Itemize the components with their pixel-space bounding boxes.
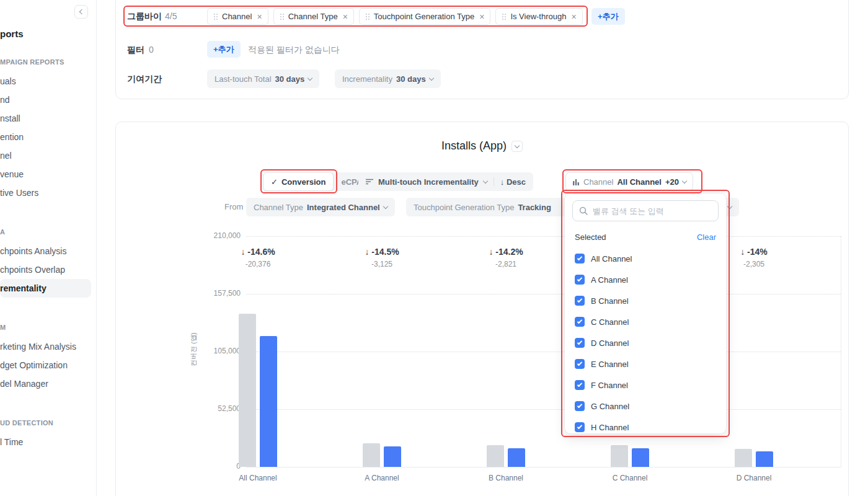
sidebar-item[interactable]: venue (0, 165, 91, 184)
bar-last-touch (239, 314, 256, 467)
groupby-add-button[interactable]: +추가 (591, 8, 625, 25)
drag-handle-icon[interactable] (213, 13, 218, 20)
bar-last-touch (487, 445, 504, 467)
remove-chip-icon[interactable]: × (257, 12, 262, 22)
sidebar-item[interactable]: dget Optimization (0, 356, 91, 374)
channel-option[interactable]: All Channel (572, 248, 719, 269)
value-search-box[interactable] (572, 200, 719, 221)
annotation-percent: ↓ -14.2% (456, 247, 556, 257)
tab-conversion-label: Conversion (281, 177, 326, 187)
sidebar-item[interactable]: rketing Mix Analysis (0, 337, 91, 356)
dropdown-name: Touchpoint Generation Type (414, 203, 514, 212)
clear-button[interactable]: Clear (697, 232, 716, 242)
channel-selector[interactable]: Channel All Channel +20 (565, 172, 693, 191)
sort-by-dropdown[interactable]: Multi-touch Incrementality (378, 177, 479, 187)
groupby-chip[interactable]: Touchpoint Generation Type× (359, 8, 491, 25)
filter-add-button[interactable]: +추가 (207, 41, 241, 58)
groupby-chip-label: Channel (222, 12, 252, 21)
checkbox-checked[interactable] (575, 401, 585, 411)
groupby-chip[interactable]: Channel× (207, 8, 268, 25)
bar-chart-icon (572, 178, 580, 185)
channel-option-label: A Channel (591, 275, 628, 285)
channel-option[interactable]: C Channel (572, 311, 719, 332)
chevron-down-icon (483, 179, 488, 184)
bar-incrementality (508, 448, 525, 467)
channel-option[interactable]: G Channel (572, 396, 719, 417)
gridline (246, 294, 841, 294)
sidebar-item[interactable]: chpoints Overlap (0, 260, 91, 279)
sidebar-item[interactable]: nstall (0, 109, 91, 128)
selector-badge: +20 (665, 177, 679, 187)
change-annotation: ↓ -14.5%-3,125 (332, 247, 432, 268)
channel-option[interactable]: A Channel (572, 269, 719, 290)
lasttouch-window-dropdown[interactable]: Last-touch Total 30 days (207, 69, 319, 88)
remove-chip-icon[interactable]: × (343, 12, 348, 22)
annotation-value: -2,821 (456, 260, 556, 268)
incrementality-window-dropdown[interactable]: Incrementality 30 days (335, 69, 441, 88)
sidebar-item[interactable]: tive Users (0, 184, 91, 202)
channel-option[interactable]: H Channel (572, 417, 719, 434)
chevron-down-icon (428, 76, 433, 81)
channel-option[interactable]: F Channel (572, 374, 719, 396)
annotation-value: -20,376 (208, 260, 308, 268)
channel-option[interactable]: D Channel (572, 332, 719, 353)
channel-option-label: D Channel (591, 339, 629, 348)
checkbox-checked[interactable] (575, 317, 585, 327)
tab-conversion[interactable]: ✓ Conversion (263, 172, 334, 191)
x-axis-category-label: All Channel (208, 474, 308, 482)
y-axis-tick-label: 105,000 (186, 347, 241, 355)
value-search-input[interactable] (593, 206, 712, 216)
channel-option-label: B Channel (591, 296, 629, 306)
annotation-percent: ↓ -14.6% (208, 247, 308, 257)
dropdown-value: Integrated Channel (307, 203, 380, 212)
channel-option[interactable]: E Channel (572, 353, 719, 374)
drag-handle-icon[interactable] (280, 13, 285, 20)
sidebar-nav: MPAIGN REPORTSualsndnstallentionnelvenue… (0, 57, 96, 476)
groupby-chip-label: Touchpoint Generation Type (374, 12, 474, 21)
remove-chip-icon[interactable]: × (571, 12, 576, 22)
channel-type-dropdown[interactable]: Channel Type Integrated Channel (246, 198, 395, 216)
sidebar-item[interactable]: rementality (0, 279, 91, 298)
sort-direction-button[interactable]: ↓ Desc (500, 177, 526, 187)
annotation-value: -3,125 (332, 260, 432, 268)
sidebar-item[interactable]: del Manager (0, 374, 91, 393)
y-axis-tick-label: 52,500 (186, 404, 241, 413)
y-axis-tick-label: 210,000 (186, 231, 241, 240)
checkbox-checked[interactable] (575, 296, 585, 306)
chart-title-dropdown-button[interactable] (512, 141, 523, 152)
checkbox-checked[interactable] (575, 338, 585, 348)
chevron-down-icon (308, 76, 312, 81)
sidebar-section: UD DETECTIONl Time (0, 418, 96, 451)
dropdown-value: 30 days (275, 74, 305, 84)
checkmark-icon (577, 255, 582, 260)
bar-last-touch (363, 443, 380, 467)
sidebar-collapse-button[interactable] (74, 5, 88, 19)
drag-handle-icon[interactable] (502, 13, 507, 20)
x-axis-category-label: C Channel (580, 474, 680, 482)
sidebar-section-header: UD DETECTION (0, 418, 96, 428)
channel-option[interactable]: B Channel (572, 290, 719, 311)
bar-incrementality (384, 446, 401, 467)
drag-handle-icon[interactable] (365, 13, 370, 20)
sidebar-item[interactable]: l Time (0, 433, 91, 451)
sidebar-item[interactable]: nd (0, 91, 91, 109)
checkbox-checked[interactable] (575, 275, 585, 285)
checkbox-checked[interactable] (575, 380, 585, 390)
sidebar-item[interactable]: chpoints Analysis (0, 242, 91, 260)
checkbox-checked[interactable] (575, 254, 585, 264)
filter-count: 0 (149, 45, 154, 55)
checkbox-checked[interactable] (575, 359, 585, 369)
sidebar-item[interactable]: ention (0, 128, 91, 146)
groupby-label: 그룹바이 (127, 11, 162, 22)
sidebar-item[interactable]: nel (0, 146, 91, 165)
channel-dropdown-panel: Selected Clear All ChannelA ChannelB Cha… (564, 193, 727, 434)
groupby-count: 4/5 (165, 11, 177, 21)
change-annotation: ↓ -14.2%-2,821 (456, 247, 556, 268)
sidebar-item[interactable]: uals (0, 72, 91, 91)
groupby-chip[interactable]: Channel Type× (273, 8, 354, 25)
channel-option-label: E Channel (591, 360, 629, 369)
channel-option-list: All ChannelA ChannelB ChannelC ChannelD … (572, 248, 719, 434)
groupby-chip[interactable]: Is View-through× (495, 8, 582, 25)
remove-chip-icon[interactable]: × (479, 12, 484, 22)
checkbox-checked[interactable] (575, 422, 585, 432)
